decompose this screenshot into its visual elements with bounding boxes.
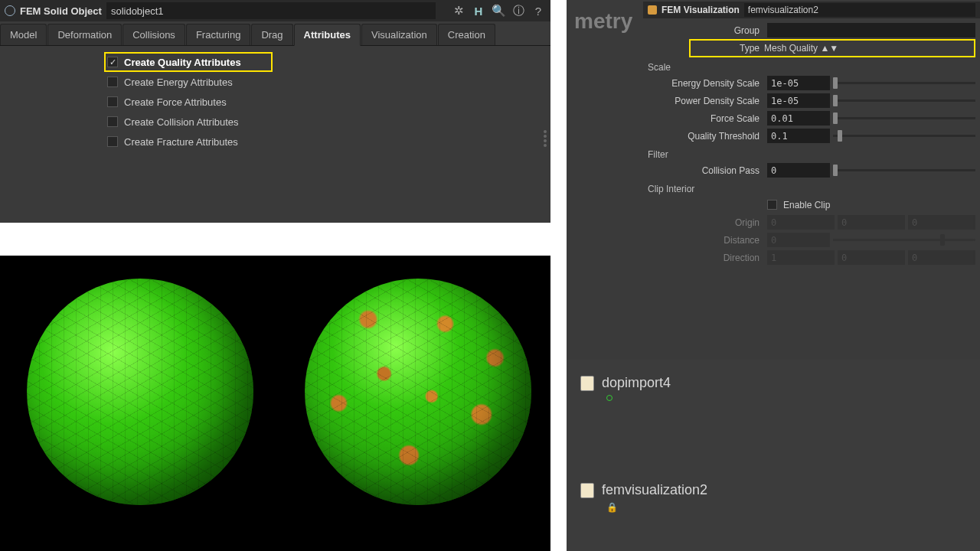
node-dopimport4[interactable]: dopimport4 [580,375,671,391]
param-slider[interactable] [833,129,975,143]
param-label: Distance [643,235,764,246]
attr-label: Create Collision Attributes [124,116,239,128]
attr-label: Create Force Attributes [124,96,227,108]
force-scale-row: Force Scale [643,109,980,127]
type-select[interactable]: Mesh Quality ▲▼ [764,43,959,54]
enable-clip-label: Enable Clip [783,200,830,210]
attr-row: Create Quality Attributes [104,52,273,72]
tab-model[interactable]: Model [0,24,47,45]
param-label: Energy Density Scale [643,78,764,89]
tab-collisions[interactable]: Collisions [122,24,185,45]
checkbox[interactable] [107,116,118,127]
param-slider [833,233,975,247]
param-slider[interactable] [833,76,975,90]
tab-fracturing[interactable]: Fracturing [186,24,251,45]
node-chip-icon [580,483,594,498]
tab-visualization[interactable]: Visualization [361,24,437,45]
type-row-highlight: Type Mesh Quality ▲▼ [689,39,975,57]
gear-icon[interactable]: ✲ [451,3,466,18]
param-input[interactable] [767,129,830,143]
param-input [767,233,830,247]
enable-clip-row: Enable Clip [643,196,980,214]
attributes-body: Create Quality AttributesCreate Energy A… [0,46,550,152]
param-input[interactable] [767,93,830,108]
param-input [767,250,835,265]
node-type-icon [648,5,657,15]
param-label: Quality Threshold [643,131,764,142]
attr-row: Create Energy Attributes [107,72,550,92]
help-icon[interactable]: ? [531,3,546,18]
tab-deformation[interactable]: Deformation [47,24,122,45]
fem-solid-object-panel: FEM Solid Object ✲ H 🔍 ⓘ ? ModelDeformat… [0,0,550,223]
sphere-high-quality [27,279,253,505]
attr-label: Create Energy Attributes [124,77,233,88]
collision-pass-row: Collision Pass [643,161,980,179]
node-type-label: FEM Solid Object [20,5,102,17]
tabs-row: ModelDeformationCollisionsFracturingDrag… [0,21,550,46]
info-icon[interactable]: ⓘ [511,3,526,18]
attr-label: Create Quality Attributes [124,57,241,68]
lock-icon: 🔒 [606,502,618,513]
param-input [767,215,835,230]
background-text: metry [574,9,632,34]
checkbox[interactable] [107,77,118,87]
param-input [838,250,905,265]
param-slider[interactable] [833,163,975,178]
display-flag-icon[interactable] [606,395,612,401]
houdini-h-icon[interactable]: H [471,3,486,18]
fem-visualization-panel: metry FEM Visualization Group Type Mesh … [567,0,980,551]
sphere-low-quality [305,279,531,505]
attr-row: Create Fracture Attributes [107,132,550,152]
group-label: Group [643,25,764,36]
energy-density-row: Energy Density Scale [643,74,980,92]
origin-row: Origin [643,214,980,231]
search-icon[interactable]: 🔍 [491,3,506,18]
titlebar: FEM Visualization [643,2,980,18]
param-label: Power Density Scale [643,96,764,106]
quality-threshold-row: Quality Threshold [643,127,980,145]
param-input[interactable] [767,111,830,126]
group-row: Group [643,21,980,39]
parameter-area: Group Type Mesh Quality ▲▼ Scale Energy … [643,21,980,266]
section-clip: Clip Interior [643,179,980,196]
attr-label: Create Fracture Attributes [124,136,238,148]
node-femvisualization2[interactable]: femvisualization2 🔒 [580,482,707,498]
titlebar: FEM Solid Object ✲ H 🔍 ⓘ ? [0,0,550,21]
param-input [838,215,905,230]
param-slider[interactable] [833,93,975,108]
checkbox[interactable] [107,57,118,67]
param-input[interactable] [767,163,830,178]
param-label: Direction [643,253,764,263]
param-label: Origin [643,217,764,228]
type-label: Type [691,43,764,54]
node-name: dopimport4 [602,375,671,391]
tab-drag[interactable]: Drag [251,24,292,45]
viewport-3d[interactable] [0,256,550,551]
drag-grip-icon[interactable] [541,130,549,161]
tab-attributes[interactable]: Attributes [294,24,361,46]
node-chip-icon [580,376,594,391]
node-type-label: FEM Visualization [662,5,740,15]
group-input[interactable] [767,23,975,37]
param-label: Collision Pass [643,165,764,176]
network-view[interactable]: dopimport4 femvisualization2 🔒 [567,360,980,551]
param-input[interactable] [767,76,830,90]
power-density-row: Power Density Scale [643,92,980,109]
node-name: femvisualization2 [602,482,707,498]
param-slider[interactable] [833,111,975,126]
param-input [908,250,975,265]
chevron-updown-icon: ▲▼ [820,43,838,54]
tab-creation[interactable]: Creation [438,24,495,45]
direction-row: Direction [643,249,980,266]
section-filter: Filter [643,145,980,161]
param-label: Force Scale [643,113,764,124]
node-name-input[interactable] [106,2,436,19]
param-input [908,215,975,230]
checkbox[interactable] [107,96,118,107]
attr-row: Create Collision Attributes [107,112,550,132]
enable-clip-checkbox[interactable] [767,200,777,210]
node-type-icon [5,5,15,16]
node-name-input[interactable] [744,3,975,17]
section-scale: Scale [643,57,980,74]
checkbox[interactable] [107,136,118,147]
